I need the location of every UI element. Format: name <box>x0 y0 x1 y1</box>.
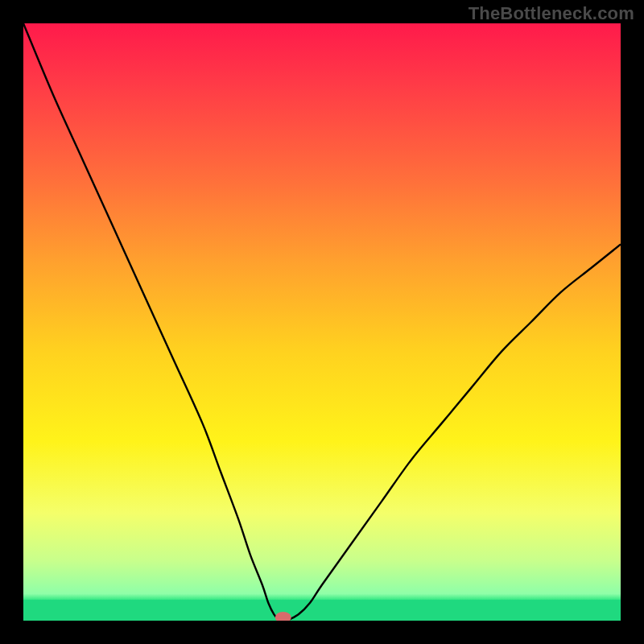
watermark-text: TheBottleneck.com <box>469 3 634 24</box>
chart-frame <box>23 23 621 621</box>
green-band <box>23 600 621 621</box>
bottleneck-chart <box>23 23 621 621</box>
